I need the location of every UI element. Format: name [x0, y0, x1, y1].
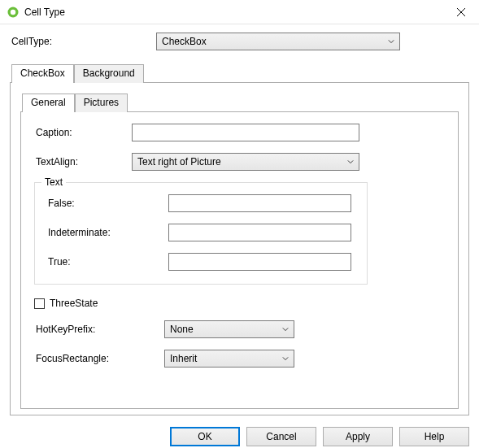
- button-label: Help: [425, 431, 445, 442]
- tab-general[interactable]: General: [22, 94, 75, 112]
- inner-tabpanel: Caption: TextAlign: Text right of Pictur…: [20, 111, 459, 409]
- chevron-down-icon: [347, 159, 354, 164]
- chevron-down-icon: [388, 39, 394, 44]
- chevron-down-icon: [282, 327, 289, 332]
- focusrectangle-label: FocusRectangle:: [34, 353, 164, 364]
- app-icon: [7, 6, 20, 19]
- button-label: OK: [198, 431, 211, 442]
- dialog-window: Cell Type CellType: CheckBox CheckBox: [0, 0, 479, 448]
- tab-label: CheckBox: [20, 67, 65, 79]
- text-indeterminate-row: Indeterminate:: [46, 224, 355, 241]
- celltype-value: CheckBox: [162, 36, 207, 47]
- celltype-dropdown[interactable]: CheckBox: [156, 33, 400, 50]
- inner-tabs: General Pictures Caption:: [20, 93, 459, 409]
- titlebar: Cell Type: [0, 0, 479, 24]
- hotkeyprefix-row: HotKeyPrefix: None: [34, 320, 445, 338]
- dialog-body: CellType: CheckBox CheckBox Background: [0, 24, 479, 419]
- text-true-input[interactable]: [168, 253, 351, 271]
- tab-label: Pictures: [84, 97, 119, 108]
- text-groupbox: Text False: Indeterminate:: [34, 182, 368, 285]
- tab-label: Background: [83, 67, 135, 79]
- text-indeterminate-label: Indeterminate:: [46, 227, 168, 238]
- chevron-down-icon: [282, 356, 289, 361]
- textalign-dropdown[interactable]: Text right of Picture: [132, 153, 359, 171]
- cancel-button[interactable]: Cancel: [246, 427, 316, 446]
- celltype-row: CellType: CheckBox: [10, 33, 469, 50]
- hotkeyprefix-value: None: [170, 324, 194, 335]
- close-button[interactable]: [442, 0, 479, 24]
- dialog-buttons: OK Cancel Apply Help: [0, 419, 479, 448]
- threestate-checkbox[interactable]: [34, 298, 45, 309]
- textalign-value: Text right of Picture: [137, 156, 221, 167]
- button-label: Cancel: [266, 431, 296, 442]
- text-true-row: True:: [46, 253, 355, 271]
- hotkeyprefix-label: HotKeyPrefix:: [34, 324, 164, 335]
- focusrectangle-value: Inherit: [170, 353, 197, 364]
- tab-background[interactable]: Background: [74, 64, 144, 83]
- focusrectangle-dropdown[interactable]: Inherit: [164, 350, 294, 368]
- caption-row: Caption:: [34, 124, 445, 141]
- text-false-label: False:: [46, 198, 168, 209]
- outer-tabpanel: General Pictures Caption:: [10, 82, 469, 415]
- threestate-label: ThreeState: [50, 298, 98, 309]
- help-button[interactable]: Help: [399, 427, 469, 446]
- threestate-row: ThreeState: [34, 298, 445, 309]
- caption-input[interactable]: [132, 124, 359, 141]
- text-false-row: False:: [46, 194, 355, 212]
- text-group-legend: Text: [41, 176, 66, 188]
- textalign-row: TextAlign: Text right of Picture: [34, 153, 445, 171]
- outer-tabs: CheckBox Background General Pictures: [10, 63, 469, 415]
- tab-label: General: [31, 97, 66, 108]
- ok-button[interactable]: OK: [170, 427, 240, 446]
- close-icon: [457, 8, 465, 16]
- general-form: Caption: TextAlign: Text right of Pictur…: [34, 124, 445, 368]
- celltype-label: CellType:: [10, 36, 156, 47]
- window-title: Cell Type: [24, 7, 442, 18]
- tab-checkbox[interactable]: CheckBox: [11, 64, 74, 83]
- outer-tabstrip: CheckBox Background: [11, 63, 469, 82]
- textalign-label: TextAlign:: [34, 156, 132, 167]
- button-label: Apply: [346, 431, 370, 442]
- inner-tabstrip: General Pictures: [22, 93, 459, 111]
- tab-pictures[interactable]: Pictures: [75, 94, 128, 112]
- focusrectangle-row: FocusRectangle: Inherit: [34, 350, 445, 368]
- apply-button[interactable]: Apply: [323, 427, 393, 446]
- text-indeterminate-input[interactable]: [168, 224, 351, 241]
- text-true-label: True:: [46, 256, 168, 267]
- text-false-input[interactable]: [168, 194, 351, 212]
- caption-label: Caption:: [34, 127, 132, 138]
- svg-point-1: [11, 9, 15, 14]
- hotkeyprefix-dropdown[interactable]: None: [164, 320, 294, 338]
